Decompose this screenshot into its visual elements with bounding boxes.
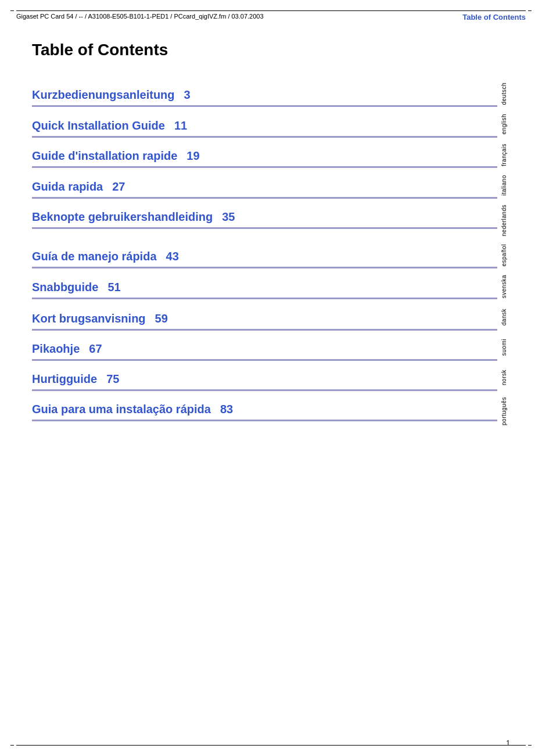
toc-lang-col-nederlands: nederlands [497,199,510,238]
toc-lang-label-deutsch: deutsch [501,83,507,105]
corner-mark-bottom-right [528,745,532,746]
toc-link-svenska[interactable]: Snabbguide [32,281,98,294]
page-header: Gigaset PC Card 54 / -- / A31008-E505-B1… [16,13,526,22]
toc-entry-nederlands: Beknopte gebruikershandleiding35nederlan… [32,199,510,238]
toc-lang-label-italiano: italiano [501,175,507,196]
corner-mark-bottom-left [10,745,14,746]
toc-link-espanol[interactable]: Guía de manejo rápida [32,250,157,263]
toc-entry-svenska: Snabbguide51svenska [32,269,510,300]
toc-entry-francais: Guide d'installation rapide19français [32,138,510,169]
main-content: Table of Contents Kurzbedienungsanleitun… [32,41,510,733]
toc-entry-main-english: Quick Installation Guide11 [32,108,497,138]
toc-page-num-english: 11 [174,119,187,132]
toc-link-deutsch[interactable]: Kurzbedienungsanleitung [32,88,175,102]
toc-page-num-francais: 19 [186,149,199,163]
toc-divider-portugues [32,420,497,421]
page-title: Table of Contents [32,41,510,59]
toc-lang-col-english: english [497,108,510,138]
toc-entry-suomi: Pikaohje67suomi [32,331,510,361]
toc-page-num-suomi: 67 [89,342,102,356]
toc-entry-dansk: Kort brugsanvisning59dansk [32,300,510,331]
toc-entry-main-suomi: Pikaohje67 [32,331,497,361]
toc-page-num-norsk: 75 [106,372,119,386]
toc-lang-label-francais: français [501,144,507,166]
header-section-title: Table of Contents [462,13,526,22]
header-document-info: Gigaset PC Card 54 / -- / A31008-E505-B1… [16,13,264,20]
toc-entry-norsk: Hurtigguide75norsk [32,361,510,391]
top-border [16,10,526,11]
toc-link-dansk[interactable]: Kort brugsanvisning [32,312,146,325]
toc-link-suomi[interactable]: Pikaohje [32,342,80,356]
toc-entry-deutsch: Kurzbedienungsanleitung3deutsch [32,77,510,108]
page-number: 1 [506,739,510,747]
toc-entry-main-deutsch: Kurzbedienungsanleitung3 [32,77,497,108]
toc-lang-label-portugues: português [501,397,507,425]
toc-page-num-italiano: 27 [112,180,125,194]
toc-entry-main-italiano: Guida rapida27 [32,169,497,199]
toc-entry-english: Quick Installation Guide11english [32,108,510,138]
toc-link-portugues[interactable]: Guia para uma instalação rápida [32,403,211,416]
toc-link-norsk[interactable]: Hurtigguide [32,372,97,386]
toc-entry-main-nederlands: Beknopte gebruikershandleiding35 [32,199,497,238]
bottom-border [16,745,526,746]
toc-link-italiano[interactable]: Guida rapida [32,180,103,194]
toc-page-num-svenska: 51 [107,281,120,294]
toc-lang-col-portugues: português [497,391,510,428]
toc-divider-francais [32,166,497,168]
toc-lang-col-norsk: norsk [497,361,510,391]
toc-lang-label-nederlands: nederlands [501,205,507,236]
toc-link-francais[interactable]: Guide d'installation rapide [32,149,177,163]
toc-entry-main-portugues: Guia para uma instalação rápida83 [32,391,497,428]
toc-lang-label-svenska: svenska [501,275,507,298]
toc-lang-col-svenska: svenska [497,269,510,300]
toc-page-num-nederlands: 35 [222,210,235,224]
toc-page-num-portugues: 83 [220,403,233,416]
toc-link-english[interactable]: Quick Installation Guide [32,119,165,132]
toc-entry-main-svenska: Snabbguide51 [32,269,497,300]
toc-divider-svenska [32,298,497,299]
toc-lang-col-espanol: español [497,238,510,269]
toc-lang-col-dansk: dansk [497,300,510,331]
toc-entry-main-francais: Guide d'installation rapide19 [32,138,497,169]
toc-entries: Kurzbedienungsanleitung3deutschQuick Ins… [32,77,510,428]
toc-lang-label-dansk: dansk [501,309,507,325]
toc-link-nederlands[interactable]: Beknopte gebruikershandleiding [32,210,213,224]
page: Gigaset PC Card 54 / -- / A31008-E505-B1… [0,0,542,756]
toc-lang-col-suomi: suomi [497,331,510,361]
toc-lang-col-italiano: italiano [497,169,510,199]
toc-entry-italiano: Guida rapida27italiano [32,169,510,199]
toc-lang-col-deutsch: deutsch [497,77,510,108]
toc-lang-col-francais: français [497,138,510,169]
toc-divider-nederlands [32,227,497,229]
toc-lang-label-espanol: español [501,244,507,267]
toc-entry-main-dansk: Kort brugsanvisning59 [32,300,497,331]
corner-mark-top-left [10,10,14,11]
toc-entry-main-espanol: Guía de manejo rápida43 [32,238,497,269]
toc-lang-label-english: english [501,114,507,134]
corner-mark-top-right [528,10,532,11]
toc-page-num-deutsch: 3 [184,88,191,102]
toc-page-num-dansk: 59 [155,312,168,325]
toc-entry-main-norsk: Hurtigguide75 [32,361,497,391]
toc-entry-portugues: Guia para uma instalação rápida83portugu… [32,391,510,428]
toc-page-num-espanol: 43 [166,250,179,263]
toc-lang-label-suomi: suomi [501,339,507,356]
toc-lang-label-norsk: norsk [501,370,507,385]
toc-entry-espanol: Guía de manejo rápida43español [32,238,510,269]
